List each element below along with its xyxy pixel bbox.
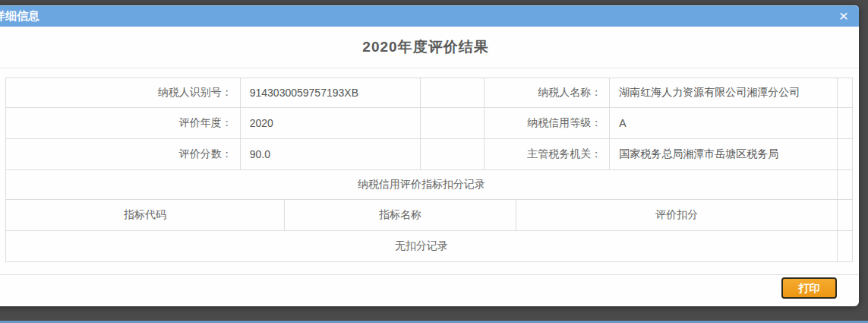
gutter-cell xyxy=(838,78,853,107)
table-row: 纳税人识别号： 9143030059757193XB 纳税人名称： 湖南红海人力… xyxy=(6,78,853,108)
print-button[interactable]: 打印 xyxy=(781,277,837,299)
detail-dialog: 详细信息 × 2020年度评价结果 纳税人识别号： 91430300597571… xyxy=(0,5,859,306)
heading-block: 2020年度评价结果 xyxy=(0,27,859,68)
section-header-row: 纳税信用评价指标扣分记录 xyxy=(6,170,853,200)
gutter-cell xyxy=(838,108,853,138)
column-header-row: 指标代码 指标名称 评价扣分 xyxy=(6,200,853,231)
evaluation-year-value: 2020 xyxy=(241,108,421,138)
spacer-cell xyxy=(421,78,485,107)
spacer-cell xyxy=(421,139,485,169)
column-header-indicator-name: 指标名称 xyxy=(285,200,517,230)
gutter-cell xyxy=(838,231,853,261)
dialog-title: 详细信息 xyxy=(0,5,859,27)
footer-divider xyxy=(0,274,859,275)
credit-grade-value: A xyxy=(610,108,838,138)
deduction-section-title: 纳税信用评价指标扣分记录 xyxy=(6,170,838,199)
column-header-indicator-code: 指标代码 xyxy=(6,200,285,230)
table-row: 评价年度： 2020 纳税信用等级： A xyxy=(6,108,853,139)
gutter-cell xyxy=(838,170,853,199)
gutter-cell xyxy=(838,200,853,230)
column-header-deduction: 评价扣分 xyxy=(516,200,838,230)
taxpayer-name-value: 湖南红海人力资源有限公司湘潭分公司 xyxy=(610,78,838,107)
evaluation-year-label: 评价年度： xyxy=(6,108,241,138)
gutter-cell xyxy=(838,139,853,169)
taxpayer-id-value: 9143030059757193XB xyxy=(241,78,421,107)
empty-record-row: 无扣分记录 xyxy=(6,231,853,262)
credit-grade-label: 纳税信用等级： xyxy=(485,108,610,138)
evaluation-score-value: 90.0 xyxy=(241,139,421,169)
table-row: 评价分数： 90.0 主管税务机关： 国家税务总局湘潭市岳塘区税务局 xyxy=(6,139,853,170)
taxpayer-name-label: 纳税人名称： xyxy=(485,78,610,107)
spacer-cell xyxy=(421,108,485,138)
tax-authority-label: 主管税务机关： xyxy=(485,139,610,169)
tax-authority-value: 国家税务总局湘潭市岳塘区税务局 xyxy=(610,139,838,169)
close-icon[interactable]: × xyxy=(835,6,853,26)
dialog-titlebar: 详细信息 × xyxy=(0,5,859,27)
taxpayer-id-label: 纳税人识别号： xyxy=(6,78,241,107)
empty-record-message: 无扣分记录 xyxy=(6,231,838,261)
page-title: 2020年度评价结果 xyxy=(362,37,488,57)
evaluation-table: 纳税人识别号： 9143030059757193XB 纳税人名称： 湖南红海人力… xyxy=(5,78,853,262)
evaluation-score-label: 评价分数： xyxy=(6,139,241,169)
